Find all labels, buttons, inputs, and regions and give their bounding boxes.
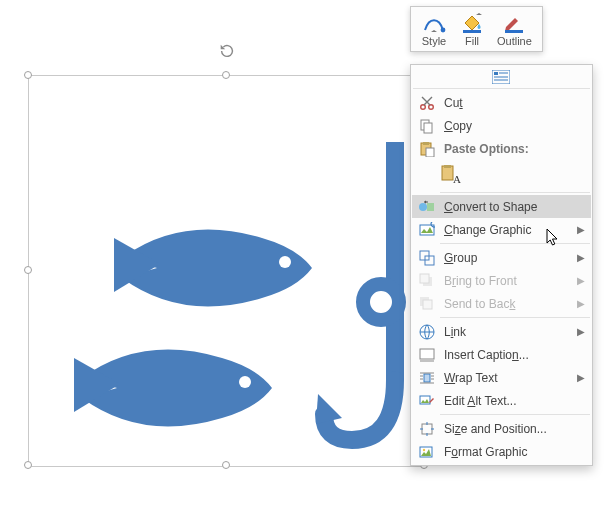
svg-rect-28 (420, 274, 429, 283)
menu-change-graphic[interactable]: Change Graphic ▶ (412, 218, 591, 241)
svg-point-1 (239, 376, 251, 388)
style-button[interactable]: Style (415, 10, 453, 51)
menu-insert-caption-label: Insert Caption... (438, 348, 585, 362)
separator (440, 317, 590, 318)
menu-wrap-text-label: Wrap Text (438, 371, 573, 385)
svg-rect-5 (463, 30, 481, 33)
menu-convert-to-shape[interactable]: Convert to Shape (412, 195, 591, 218)
menu-change-graphic-label: Change Graphic (438, 223, 573, 237)
svg-point-3 (363, 284, 399, 320)
svg-rect-42 (422, 424, 432, 434)
submenu-arrow-icon: ▶ (573, 326, 585, 337)
resize-handle-tm[interactable] (222, 71, 230, 79)
svg-rect-20 (444, 165, 451, 168)
menu-format-graphic-label: Format Graphic (438, 445, 585, 459)
menu-send-to-back-label: Send to Back (438, 297, 573, 311)
menu-link-label: Link (438, 325, 573, 339)
scissors-icon (416, 93, 438, 113)
copy-icon (416, 116, 438, 136)
menu-size-position[interactable]: Size and Position... (412, 417, 591, 440)
send-to-back-icon (416, 294, 438, 314)
menu-edit-alt-text-label: Edit Alt Text... (438, 394, 585, 408)
fill-bucket-icon (459, 12, 485, 34)
svg-point-13 (429, 104, 434, 109)
menu-group-label: Group (438, 251, 573, 265)
menu-send-to-back: Send to Back ▶ (412, 292, 591, 315)
alt-text-icon (416, 391, 438, 411)
paste-keep-text-button[interactable]: A (438, 162, 464, 188)
separator (440, 414, 590, 415)
svg-rect-17 (423, 142, 429, 145)
svg-rect-8 (494, 72, 498, 75)
menu-bring-to-front: Bring to Front ▶ (412, 269, 591, 292)
style-icon (421, 12, 447, 34)
svg-rect-6 (505, 30, 523, 33)
separator (413, 88, 590, 89)
menu-cut-label: Cut (438, 96, 585, 110)
paste-options-row: A (412, 160, 591, 190)
menu-edit-alt-text[interactable]: Edit Alt Text... (412, 389, 591, 412)
graphic-context-menu: Cut Copy Paste Options: A (410, 64, 593, 466)
graphic-mini-toolbar: Style Fill Outline (410, 6, 543, 52)
menu-group[interactable]: Group ▶ (412, 246, 591, 269)
convert-to-shape-icon (416, 197, 438, 217)
format-graphic-icon (416, 442, 438, 462)
selected-graphic-fish-hook[interactable] (112, 180, 430, 470)
svg-point-12 (421, 104, 426, 109)
separator (440, 192, 590, 193)
menu-copy-label: Copy (438, 119, 585, 133)
menu-wrap-text[interactable]: Wrap Text ▶ (412, 366, 591, 389)
submenu-arrow-icon: ▶ (573, 252, 585, 263)
resize-handle-tl[interactable] (24, 71, 32, 79)
svg-rect-30 (423, 300, 432, 309)
menu-convert-to-shape-label: Convert to Shape (438, 200, 585, 214)
style-label: Style (422, 35, 446, 47)
layout-options-icon (490, 67, 512, 87)
fill-label: Fill (465, 35, 479, 47)
svg-rect-19 (442, 166, 453, 180)
link-icon (416, 322, 438, 342)
svg-rect-18 (426, 148, 434, 157)
outline-pen-icon (501, 12, 527, 34)
svg-point-4 (441, 28, 446, 33)
paste-icon (416, 139, 438, 159)
svg-text:A: A (453, 173, 461, 185)
svg-point-22 (419, 203, 427, 211)
bring-to-front-icon (416, 271, 438, 291)
svg-rect-15 (424, 123, 432, 133)
svg-point-0 (279, 256, 291, 268)
menu-cut[interactable]: Cut (412, 91, 591, 114)
rotate-handle-icon[interactable] (218, 42, 236, 60)
menu-paste-options-label: Paste Options: (438, 142, 585, 156)
svg-point-44 (423, 448, 425, 450)
menu-copy[interactable]: Copy (412, 114, 591, 137)
menu-format-graphic[interactable]: Format Graphic (412, 440, 591, 463)
menu-bring-to-front-label: Bring to Front (438, 274, 573, 288)
change-graphic-icon (416, 220, 438, 240)
layout-options-strip[interactable] (412, 67, 591, 86)
submenu-arrow-icon: ▶ (573, 298, 585, 309)
submenu-arrow-icon: ▶ (573, 372, 585, 383)
submenu-arrow-icon: ▶ (573, 275, 585, 286)
svg-rect-32 (420, 349, 434, 359)
separator (440, 243, 590, 244)
insert-caption-icon (416, 345, 438, 365)
wrap-text-icon (416, 368, 438, 388)
menu-insert-caption[interactable]: Insert Caption... (412, 343, 591, 366)
menu-size-position-label: Size and Position... (438, 422, 585, 436)
document-canvas (20, 40, 450, 470)
group-icon (416, 248, 438, 268)
svg-rect-34 (424, 374, 430, 382)
menu-paste-options-header: Paste Options: (412, 137, 591, 160)
svg-rect-23 (427, 203, 434, 211)
outline-label: Outline (497, 35, 532, 47)
fill-button[interactable]: Fill (453, 10, 491, 51)
menu-link[interactable]: Link ▶ (412, 320, 591, 343)
resize-handle-ml[interactable] (24, 266, 32, 274)
outline-button[interactable]: Outline (491, 10, 538, 51)
resize-handle-bl[interactable] (24, 461, 32, 469)
submenu-arrow-icon: ▶ (573, 224, 585, 235)
size-position-icon (416, 419, 438, 439)
